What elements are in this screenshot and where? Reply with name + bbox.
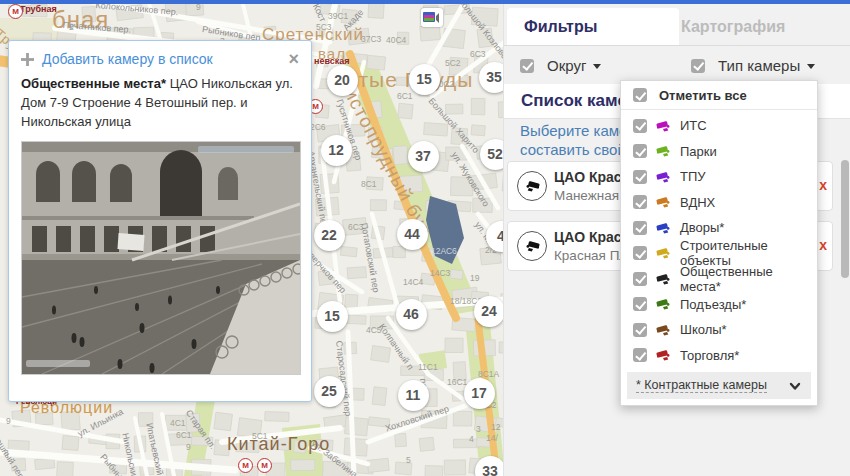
map-label: 6С3 — [470, 49, 486, 59]
panel-scrollbar[interactable] — [841, 160, 849, 278]
map-cluster-marker[interactable]: 22 — [314, 220, 345, 251]
district-filter[interactable]: Округ — [520, 57, 601, 74]
map-label: 6С1 — [397, 91, 413, 101]
cctv-camera-icon — [517, 231, 547, 261]
cctv-camera-icon — [656, 245, 672, 261]
map-cluster-marker[interactable]: 46 — [396, 299, 427, 330]
map-cluster-marker[interactable]: 52 — [480, 139, 506, 170]
camera-type-item[interactable]: Подъезды* — [621, 292, 817, 318]
map-cluster-marker[interactable]: 24 — [474, 296, 505, 327]
map-cluster-marker[interactable]: 12 — [321, 135, 352, 166]
remove-camera-icon[interactable]: х — [819, 237, 827, 253]
chevron-down-icon[interactable] — [788, 380, 802, 392]
panel-tabs: Фильтры Картография — [504, 8, 850, 46]
camera-type-item[interactable]: Школы* — [621, 317, 817, 343]
camera-type-item-checkbox[interactable] — [633, 144, 647, 158]
map-cluster-marker[interactable]: 17 — [464, 378, 495, 409]
tv-poi-icon[interactable] — [421, 8, 443, 27]
map-cluster-marker[interactable]: 44 — [397, 219, 428, 250]
camera-type-item-checkbox[interactable] — [633, 272, 647, 286]
tab-filters[interactable]: Фильтры — [507, 8, 679, 45]
app-root: ТрубнаябнаяКолокольников пер.Печатников … — [0, 0, 850, 476]
cctv-camera-icon — [656, 194, 672, 210]
camera-type-item-label: ИТС — [680, 118, 707, 133]
map-label: 12АС6 — [431, 246, 457, 256]
map-label: 14С3 — [430, 268, 450, 278]
select-all-row[interactable]: Отметить все — [621, 81, 817, 110]
map-label: 9 — [186, 442, 191, 452]
tab-cartography[interactable]: Картография — [662, 8, 846, 45]
cctv-camera-icon — [656, 220, 672, 236]
map-label: 4С1 — [170, 418, 186, 428]
camera-type-item[interactable]: Строительные объекты — [621, 241, 817, 267]
camera-type-item[interactable]: ВДНХ — [621, 190, 817, 216]
map-label: 14С4 — [403, 277, 423, 287]
camera-type-rows: ИТС Парки ТПУ ВДНХ Дворы* Строитель — [621, 113, 817, 368]
camera-type-item-label: ТПУ — [680, 169, 706, 184]
metro-icon: М — [8, 4, 23, 19]
cctv-camera-icon — [656, 169, 672, 185]
camera-type-checkbox[interactable] — [691, 59, 705, 73]
remove-camera-icon[interactable]: х — [819, 177, 827, 193]
district-label: Округ — [547, 57, 586, 74]
map-label: 3 — [4, 448, 9, 458]
metro-icon: М — [238, 458, 253, 473]
map-label: Китай-Горо — [227, 434, 330, 455]
camera-type-item-checkbox[interactable] — [633, 119, 647, 133]
camera-type-item-label: Торговля* — [680, 348, 739, 363]
camera-popup-header: Добавить камеру в список × — [9, 41, 311, 69]
cctv-camera-icon — [656, 271, 672, 287]
map-label: 9 — [6, 416, 11, 426]
chevron-down-icon — [807, 64, 815, 69]
map-label: 5С1 — [252, 431, 268, 441]
map-label: 4 — [469, 434, 474, 444]
camera-type-item[interactable]: Дворы* — [621, 215, 817, 241]
camera-type-item-checkbox[interactable] — [633, 170, 647, 184]
map-label: 37С3 — [361, 34, 381, 44]
map-cluster-marker[interactable]: 25 — [314, 376, 345, 407]
camera-type-item-checkbox[interactable] — [633, 297, 647, 311]
camera-type-item-checkbox[interactable] — [633, 348, 647, 362]
map-label: 2 — [69, 22, 74, 32]
cctv-camera-icon — [656, 322, 672, 338]
camera-type-item[interactable]: ТПУ — [621, 164, 817, 190]
district-checkbox[interactable] — [520, 59, 534, 73]
map-label: 6С1 — [176, 430, 192, 440]
chevron-down-icon — [593, 64, 601, 69]
camera-type-item-checkbox[interactable] — [633, 323, 647, 337]
map-label: 2С6 — [310, 122, 326, 132]
camera-type-item[interactable]: Торговля* — [621, 343, 817, 369]
map-cluster-marker[interactable]: 20 — [327, 65, 358, 96]
map-cluster-marker[interactable]: 35 — [479, 62, 506, 93]
camera-type-item[interactable]: Парки — [621, 139, 817, 165]
camera-type-item[interactable]: Общественные места* — [621, 266, 817, 292]
camera-type-item-checkbox[interactable] — [633, 221, 647, 235]
map-label: 12 — [491, 422, 500, 432]
cctv-camera-icon — [656, 118, 672, 134]
add-camera-link[interactable]: Добавить камеру в список — [42, 51, 213, 67]
camera-description: Общественные места* ЦАО Никольская ул. Д… — [9, 69, 311, 132]
contract-cameras-footer: * Контрактные камеры — [627, 372, 811, 399]
camera-popup: Добавить камеру в список × Общественные … — [8, 40, 312, 402]
select-all-checkbox[interactable] — [633, 88, 647, 102]
map-label: 5С2 — [445, 58, 461, 68]
map-label: 14/ — [486, 433, 498, 443]
camera-type-item-label: Общественные места* — [680, 264, 817, 294]
map-cluster-marker[interactable]: 37 — [408, 141, 439, 172]
plus-icon — [21, 53, 34, 66]
map-label: 5 — [406, 455, 411, 465]
contract-cameras-note[interactable]: * Контрактные камеры — [636, 378, 767, 393]
camera-type-item-checkbox[interactable] — [633, 195, 647, 209]
map-label: 8С1 — [361, 179, 377, 189]
map-cluster-marker[interactable]: 15 — [317, 301, 348, 332]
camera-type-item[interactable]: ИТС — [621, 113, 817, 139]
map-cluster-marker[interactable]: 11 — [398, 380, 429, 411]
camera-type-item-checkbox[interactable] — [633, 246, 647, 260]
map-cluster-marker[interactable]: 15 — [409, 64, 440, 95]
map-label: 16С1 — [447, 377, 467, 387]
camera-type-filter[interactable]: Тип камеры — [691, 57, 815, 74]
close-icon[interactable]: × — [288, 53, 299, 66]
cctv-camera-icon — [656, 143, 672, 159]
select-all-label: Отметить все — [659, 88, 747, 103]
tv-screen-icon — [423, 11, 441, 25]
